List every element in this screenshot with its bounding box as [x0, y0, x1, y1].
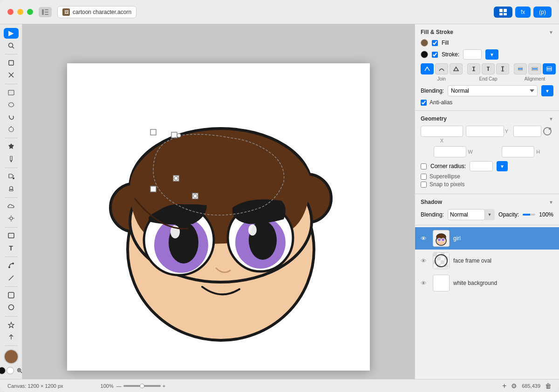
align-btn-3[interactable]: [543, 63, 556, 74]
corner-radius-input[interactable]: 0: [470, 161, 493, 171]
stroke-checkbox[interactable]: [432, 52, 438, 58]
corner-radius-dropdown[interactable]: ▼: [497, 161, 508, 171]
cloud-shape-tool[interactable]: [4, 201, 19, 212]
status-right: + ⚙ 685,439 🗑: [502, 382, 552, 390]
layer-girl[interactable]: 👁 girl: [415, 227, 559, 250]
minimize-button[interactable]: [17, 9, 23, 15]
shadow-dropdown-arrow[interactable]: ▼: [484, 209, 495, 220]
join-btn-3[interactable]: [450, 63, 463, 74]
stroke-color-button[interactable]: [421, 51, 428, 58]
fx-button[interactable]: fx: [515, 7, 531, 18]
rect-select-tool[interactable]: [4, 87, 19, 98]
fill-stroke-toggle[interactable]: ▼: [549, 30, 553, 35]
stroke-dropdown-button[interactable]: ▼: [485, 49, 498, 60]
pen-tool[interactable]: [4, 142, 19, 152]
svg-rect-89: [437, 260, 441, 264]
w-input[interactable]: 155: [434, 146, 466, 157]
zoom-tool[interactable]: [4, 41, 19, 51]
line-tool[interactable]: [4, 272, 19, 283]
zoom-in-button[interactable]: +: [163, 383, 165, 389]
sun-tool[interactable]: [4, 213, 19, 224]
text-tool[interactable]: T: [4, 243, 19, 254]
svg-point-8: [8, 43, 13, 47]
geometry-toggle[interactable]: ▼: [549, 116, 553, 122]
ellipse-shape-tool[interactable]: [4, 302, 19, 313]
svg-point-60: [193, 194, 197, 198]
join-btn-1[interactable]: [421, 63, 434, 74]
align-btn-2[interactable]: [528, 63, 541, 74]
traffic-lights: [7, 9, 33, 15]
stroke-color-swatch[interactable]: [0, 367, 6, 374]
settings-button[interactable]: ⚙: [511, 382, 517, 390]
crop-tool[interactable]: [4, 58, 19, 68]
geometry-title: Geometry: [421, 115, 447, 122]
svg-rect-53: [150, 129, 156, 135]
paint-bucket-tool[interactable]: [4, 171, 19, 182]
opacity-value: 100%: [539, 211, 553, 218]
main-area: ▶: [0, 24, 559, 379]
superellipse-checkbox[interactable]: [421, 174, 427, 180]
svg-point-18: [13, 177, 14, 179]
foreground-color[interactable]: [4, 349, 19, 364]
opacity-slider[interactable]: [523, 214, 535, 216]
status-bar: Canvas: 1200 × 1200 px 100% — + + ⚙ 685,…: [0, 379, 559, 392]
text-button[interactable]: (p): [533, 7, 552, 18]
layer-girl-visibility[interactable]: 👁: [421, 235, 429, 242]
layer-face-oval[interactable]: 👁: [415, 250, 559, 272]
close-button[interactable]: [7, 9, 14, 15]
zoom-out-button[interactable]: —: [116, 383, 122, 389]
rotate-input[interactable]: 0º: [513, 126, 541, 137]
arrow-tool[interactable]: [4, 332, 19, 343]
shadow-blending-select[interactable]: Normal: [448, 209, 485, 220]
star-tool[interactable]: [4, 319, 19, 330]
endcap-btn-3[interactable]: [496, 63, 509, 74]
shadow-blending-wrap: Normal ▼: [448, 209, 495, 220]
document-tab[interactable]: 🖼 cartoon character.acorn: [57, 6, 136, 18]
fill-color-swatch[interactable]: [7, 367, 14, 374]
sidebar-toggle-button[interactable]: [39, 7, 52, 17]
svg-point-78: [442, 238, 444, 241]
layer-oval-thumbnail: [433, 252, 450, 269]
shadow-toggle[interactable]: ▼: [549, 200, 553, 205]
blending-select[interactable]: Normal Multiply Screen: [448, 85, 538, 96]
layer-oval-visibility[interactable]: 👁: [421, 257, 429, 264]
ellipse-select-tool[interactable]: [4, 100, 19, 110]
lasso-tool[interactable]: [4, 112, 19, 122]
pencil-tool[interactable]: [4, 154, 19, 165]
add-layer-button[interactable]: +: [502, 382, 506, 390]
circle-shape-tool[interactable]: [4, 290, 19, 301]
layer-girl-thumbnail: [433, 230, 450, 247]
y-input[interactable]: 818: [466, 126, 504, 137]
join-btn-2[interactable]: [435, 63, 448, 74]
stroke-value-input[interactable]: 7: [463, 49, 482, 60]
maximize-button[interactable]: [27, 9, 33, 15]
node-tool[interactable]: [4, 260, 19, 271]
align-btn-1[interactable]: [514, 63, 527, 74]
endcap-btn-1[interactable]: [467, 63, 480, 74]
blending-dropdown-button[interactable]: ▼: [541, 85, 553, 96]
h-input[interactable]: 155: [502, 146, 534, 157]
corner-radius-checkbox[interactable]: [421, 163, 427, 169]
canvas-area: [22, 24, 415, 379]
layer-bg-visibility[interactable]: 👁: [421, 280, 429, 287]
endcap-btn-2[interactable]: [482, 63, 495, 74]
stamp-tool[interactable]: [4, 183, 19, 194]
magic-lasso-tool[interactable]: [4, 124, 19, 135]
fill-checkbox[interactable]: [432, 40, 438, 46]
zoom-slider[interactable]: [123, 385, 161, 387]
tools-panel-button[interactable]: [494, 7, 512, 18]
snap-checkbox[interactable]: [421, 182, 427, 188]
transform-tool[interactable]: [4, 70, 19, 81]
join-group: Join: [421, 63, 463, 81]
anti-alias-checkbox[interactable]: [421, 100, 427, 106]
path-tools-container: Join: [421, 63, 553, 81]
delete-layer-button[interactable]: 🗑: [545, 382, 552, 390]
superellipse-row: Superellipse: [421, 173, 553, 180]
x-input[interactable]: 103: [421, 126, 463, 137]
h-label: H: [536, 149, 540, 155]
fill-color-button[interactable]: [421, 39, 428, 47]
rect-shape-tool[interactable]: [4, 230, 19, 241]
layer-white-bg[interactable]: 👁 white background: [415, 272, 559, 294]
shadow-title: Shadow: [421, 199, 442, 205]
select-tool[interactable]: ▶: [4, 28, 19, 39]
